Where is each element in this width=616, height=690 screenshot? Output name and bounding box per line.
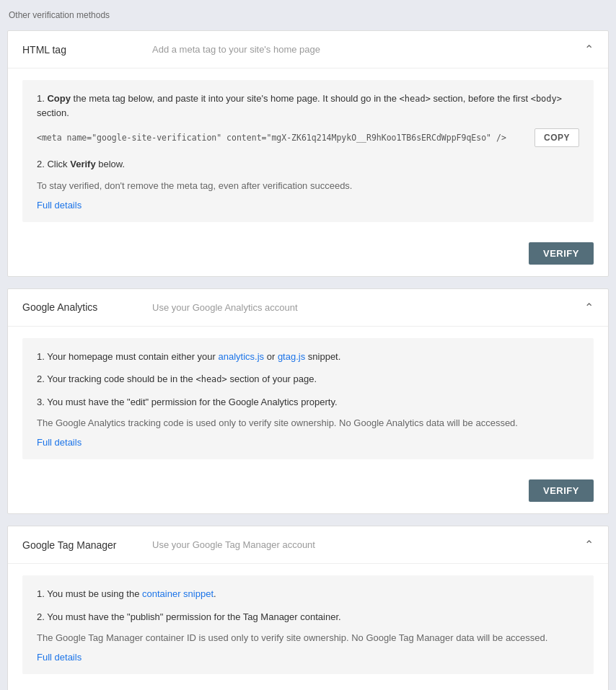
google-tag-manager-card: Google Tag Manager Use your Google Tag M… (7, 526, 609, 690)
gtm-step1: 1. You must be using the container snipp… (37, 587, 579, 601)
step1-head-code: <head> (400, 94, 431, 104)
step1-bold: Copy (47, 93, 71, 104)
google-analytics-title: Google Analytics (22, 301, 152, 313)
step1-text: the meta tag below, and paste it into yo… (71, 93, 400, 104)
google-analytics-chevron-icon[interactable]: ⌃ (584, 301, 594, 314)
ga-verify-button[interactable]: VERIFY (529, 479, 594, 502)
page-subtitle: Other verification methods (7, 7, 609, 23)
analytics-js-link[interactable]: analytics.js (219, 351, 265, 362)
step1-prefix: 1. (37, 93, 47, 104)
html-tag-body: 1. Copy the meta tag below, and paste it… (22, 80, 594, 222)
html-tag-verify-button[interactable]: VERIFY (529, 242, 594, 265)
html-tag-chevron-icon[interactable]: ⌃ (584, 43, 594, 56)
html-tag-step1: 1. Copy the meta tag below, and paste it… (37, 92, 579, 120)
google-tag-manager-body: 1. You must be using the container snipp… (22, 575, 594, 674)
google-analytics-card: Google Analytics Use your Google Analyti… (7, 288, 609, 515)
google-analytics-footer: VERIFY (8, 471, 608, 513)
step1-body-code: <body> (531, 94, 562, 104)
ga-step1: 1. Your homepage must contain either you… (37, 350, 579, 364)
google-tag-manager-subtitle: Use your Google Tag Manager account (152, 539, 584, 550)
ga-step2: 2. Your tracking code should be in the <… (37, 372, 579, 386)
html-tag-full-details-link[interactable]: Full details (37, 200, 82, 211)
ga-step1-text: 1. Your homepage must contain either you… (37, 351, 219, 362)
html-tag-subtitle: Add a meta tag to your site's home page (152, 44, 584, 55)
google-analytics-subtitle: Use your Google Analytics account (152, 302, 584, 313)
google-tag-manager-chevron-icon[interactable]: ⌃ (584, 538, 594, 552)
step2-prefix: 2. Click (37, 159, 70, 169)
ga-full-details-link[interactable]: Full details (37, 437, 82, 448)
html-tag-step2: 2. Click Verify below. (37, 157, 579, 172)
meta-tag-text: <meta name="google-site-verification" co… (37, 133, 534, 143)
ga-step3: 3. You must have the "edit" permission f… (37, 395, 579, 410)
html-tag-footer: VERIFY (8, 234, 608, 276)
google-analytics-header: Google Analytics Use your Google Analyti… (8, 289, 608, 327)
gtm-step2: 2. You must have the "publish" permissio… (37, 610, 579, 624)
copy-button[interactable]: COPY (534, 128, 579, 147)
html-tag-title: HTML tag (22, 44, 152, 56)
ga-or-text: or (264, 351, 278, 362)
html-tag-card: HTML tag Add a meta tag to your site's h… (7, 30, 609, 277)
step2-text: below. (96, 159, 125, 169)
gtag-js-link[interactable]: gtag.js (278, 351, 305, 362)
ga-note: The Google Analytics tracking code is us… (37, 417, 579, 428)
gtm-step1-prefix: 1. You must be using the (37, 588, 142, 599)
google-analytics-body: 1. Your homepage must contain either you… (22, 338, 594, 460)
step1-text3: section. (37, 107, 69, 118)
ga-head-code: <head> (195, 374, 226, 384)
google-tag-manager-title: Google Tag Manager (22, 539, 152, 551)
gtm-note: The Google Tag Manager container ID is u… (37, 632, 579, 643)
ga-step2-suffix: section of your page. (227, 373, 317, 384)
html-tag-note: To stay verified, don't remove the meta … (37, 180, 579, 191)
ga-step2-prefix: 2. Your tracking code should be in the (37, 373, 195, 384)
container-snippet-link[interactable]: container snippet (142, 588, 214, 599)
ga-snippet-text: snippet. (305, 351, 340, 362)
gtm-step1-suffix: . (214, 588, 216, 599)
html-tag-header: HTML tag Add a meta tag to your site's h… (8, 31, 608, 68)
google-tag-manager-footer: VERIFY (8, 686, 608, 690)
step2-bold: Verify (70, 159, 95, 169)
meta-tag-block: <meta name="google-site-verification" co… (37, 128, 579, 147)
step1-text2: section, before the first (431, 93, 531, 104)
google-tag-manager-header: Google Tag Manager Use your Google Tag M… (8, 526, 608, 564)
gtm-full-details-link[interactable]: Full details (37, 652, 82, 663)
